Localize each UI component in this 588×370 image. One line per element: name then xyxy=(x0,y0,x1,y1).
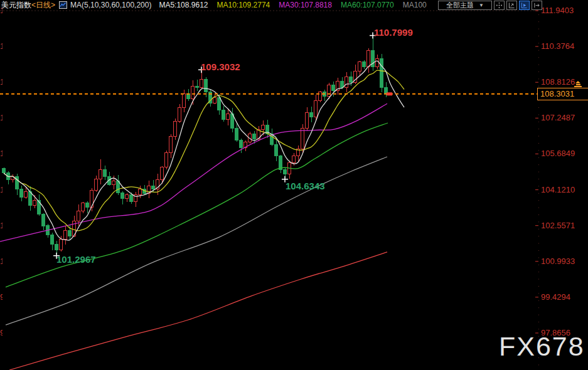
price-axis-label: 99.4294 xyxy=(541,292,570,301)
ma-readout-4: MA100 xyxy=(403,1,427,9)
left-axis-label-clipped: 110.3764 xyxy=(0,41,3,50)
latest-price-marker-icon[interactable] xyxy=(574,81,582,87)
left-axis-label-clipped: 100.9933 xyxy=(0,256,3,265)
ma-readout-2: MA30:107.8818 xyxy=(279,1,332,9)
ma-readout-3: MA60:107.0770 xyxy=(341,1,394,9)
price-axis-label: 100.9933 xyxy=(541,256,575,265)
price-axis-label: 102.5571 xyxy=(541,221,575,230)
price-axis-label: 108.8126 xyxy=(541,77,575,86)
ma-group-label: MA(5,10,30,60,100,200) xyxy=(70,1,151,9)
chart-window: 美元指数 <日线> MA(5,10,30,60,100,200) MA5:108… xyxy=(0,0,588,370)
left-axis-label-clipped: 108.8126 xyxy=(0,77,3,86)
chart-type-icon[interactable] xyxy=(59,1,67,9)
chevron-down-icon: ▼ xyxy=(479,3,484,8)
theme-selector-label: 全部主题 xyxy=(446,1,474,10)
pane-expand-icon[interactable] xyxy=(506,1,517,10)
price-axis-label: 105.6849 xyxy=(541,149,575,157)
watermark: FX678 xyxy=(499,331,585,362)
left-axis-label-clipped: 107.2487 xyxy=(0,113,3,122)
ma-readout-1: MA10:109.2774 xyxy=(217,1,270,9)
chart-toolbar: 美元指数 <日线> MA(5,10,30,60,100,200) MA5:108… xyxy=(0,0,588,10)
current-price-value: 108.3031 xyxy=(540,89,574,98)
left-axis-label-clipped: 102.5571 xyxy=(0,221,3,230)
ma-readout-0: MA5:108.9612 xyxy=(159,1,208,9)
left-axis-label-clipped: 104.1210 xyxy=(0,185,3,194)
price-annotation: 110.7999 xyxy=(374,27,413,38)
price-annotation: 101.2967 xyxy=(56,254,96,265)
ma-values: MA5:108.9612MA10:109.2774MA30:107.8818MA… xyxy=(159,1,435,9)
left-axis-label-clipped: 105.6849 xyxy=(0,149,3,157)
price-annotation: 104.6343 xyxy=(286,181,325,191)
price-axis-label: 107.2487 xyxy=(541,113,575,122)
active-pane-icon[interactable] xyxy=(519,1,530,10)
theme-selector-button[interactable]: 全部主题 ▼ xyxy=(438,1,492,10)
symbol-title: 美元指数 xyxy=(1,0,31,11)
current-price-label: 108.3031 xyxy=(537,88,588,100)
price-annotation: 109.3032 xyxy=(201,61,240,72)
price-axis-label: 104.1210 xyxy=(541,185,575,194)
layout-compress-icon[interactable] xyxy=(494,1,505,10)
left-axis-label-clipped: 99.4294 xyxy=(0,292,3,301)
left-axis-label-clipped: 97.8656 xyxy=(0,328,3,337)
price-axis-label: 110.3764 xyxy=(541,41,574,50)
timeframe-label[interactable]: <日线> xyxy=(31,0,55,11)
pane-shift-right-icon[interactable] xyxy=(532,1,542,10)
